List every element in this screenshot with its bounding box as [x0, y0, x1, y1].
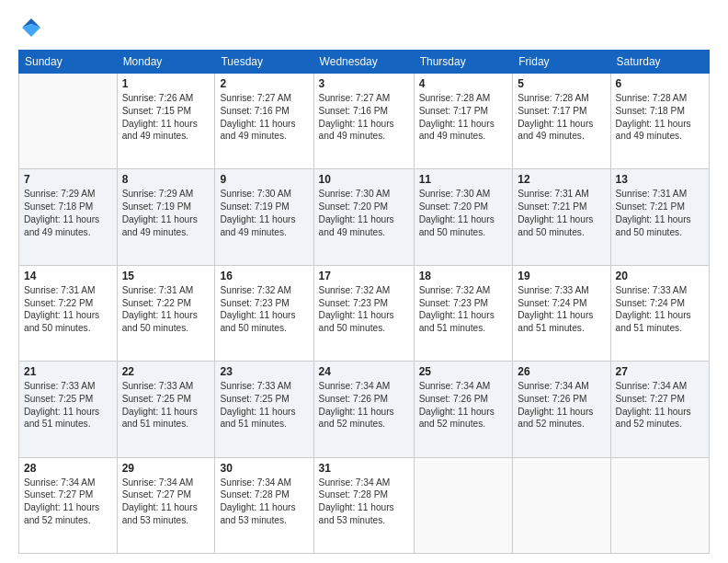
day-info: Sunrise: 7:34 AM Sunset: 7:27 PM Dayligh…: [122, 477, 210, 527]
day-number: 11: [419, 173, 508, 186]
day-number: 26: [518, 365, 605, 378]
day-number: 3: [319, 77, 409, 90]
day-number: 10: [319, 173, 409, 186]
day-cell: 29Sunrise: 7:34 AM Sunset: 7:27 PM Dayli…: [117, 457, 215, 553]
day-number: 8: [122, 173, 210, 186]
header-cell-friday: Friday: [513, 51, 610, 74]
header-cell-thursday: Thursday: [414, 51, 513, 74]
week-row-5: 28Sunrise: 7:34 AM Sunset: 7:27 PM Dayli…: [19, 457, 710, 553]
week-row-2: 7Sunrise: 7:29 AM Sunset: 7:18 PM Daylig…: [19, 169, 710, 265]
day-number: 17: [319, 270, 409, 282]
day-cell: 14Sunrise: 7:31 AM Sunset: 7:22 PM Dayli…: [19, 265, 118, 361]
day-info: Sunrise: 7:27 AM Sunset: 7:16 PM Dayligh…: [220, 92, 308, 143]
header-cell-tuesday: Tuesday: [215, 51, 313, 74]
day-cell: 18Sunrise: 7:32 AM Sunset: 7:23 PM Dayli…: [414, 265, 513, 361]
calendar-header: SundayMondayTuesdayWednesdayThursdayFrid…: [19, 51, 710, 74]
day-number: 12: [518, 173, 605, 186]
day-cell: 19Sunrise: 7:33 AM Sunset: 7:24 PM Dayli…: [513, 265, 610, 361]
day-cell: 23Sunrise: 7:33 AM Sunset: 7:25 PM Dayli…: [215, 362, 313, 457]
header-cell-wednesday: Wednesday: [313, 51, 414, 74]
day-info: Sunrise: 7:33 AM Sunset: 7:25 PM Dayligh…: [220, 380, 308, 431]
week-row-1: 1Sunrise: 7:26 AM Sunset: 7:15 PM Daylig…: [19, 74, 710, 169]
day-info: Sunrise: 7:32 AM Sunset: 7:23 PM Dayligh…: [319, 284, 409, 335]
day-cell: 8Sunrise: 7:29 AM Sunset: 7:19 PM Daylig…: [117, 169, 215, 265]
day-info: Sunrise: 7:32 AM Sunset: 7:23 PM Dayligh…: [220, 284, 308, 335]
day-cell: 31Sunrise: 7:34 AM Sunset: 7:28 PM Dayli…: [313, 457, 414, 553]
day-info: Sunrise: 7:30 AM Sunset: 7:19 PM Dayligh…: [220, 188, 308, 238]
day-cell: 28Sunrise: 7:34 AM Sunset: 7:27 PM Dayli…: [19, 457, 118, 553]
day-info: Sunrise: 7:28 AM Sunset: 7:17 PM Dayligh…: [419, 92, 508, 143]
day-cell: 13Sunrise: 7:31 AM Sunset: 7:21 PM Dayli…: [610, 169, 709, 265]
header-row: SundayMondayTuesdayWednesdayThursdayFrid…: [19, 51, 710, 74]
day-number: 28: [24, 462, 112, 475]
day-cell: 10Sunrise: 7:30 AM Sunset: 7:20 PM Dayli…: [313, 169, 414, 265]
day-cell: 20Sunrise: 7:33 AM Sunset: 7:24 PM Dayli…: [610, 265, 709, 361]
day-info: Sunrise: 7:34 AM Sunset: 7:26 PM Dayligh…: [319, 380, 409, 431]
day-cell: 11Sunrise: 7:30 AM Sunset: 7:20 PM Dayli…: [414, 169, 513, 265]
page: SundayMondayTuesdayWednesdayThursdayFrid…: [0, 0, 728, 563]
day-cell: 21Sunrise: 7:33 AM Sunset: 7:25 PM Dayli…: [19, 362, 118, 457]
day-number: 6: [616, 77, 704, 90]
day-number: 20: [616, 270, 704, 282]
day-cell: 16Sunrise: 7:32 AM Sunset: 7:23 PM Dayli…: [215, 265, 313, 361]
day-number: 9: [220, 173, 308, 186]
day-info: Sunrise: 7:30 AM Sunset: 7:20 PM Dayligh…: [419, 188, 508, 238]
day-info: Sunrise: 7:27 AM Sunset: 7:16 PM Dayligh…: [319, 92, 409, 143]
day-number: 7: [24, 173, 112, 186]
day-info: Sunrise: 7:34 AM Sunset: 7:26 PM Dayligh…: [518, 380, 605, 431]
day-cell: [610, 457, 709, 553]
day-cell: 9Sunrise: 7:30 AM Sunset: 7:19 PM Daylig…: [215, 169, 313, 265]
week-row-4: 21Sunrise: 7:33 AM Sunset: 7:25 PM Dayli…: [19, 362, 710, 457]
day-cell: 4Sunrise: 7:28 AM Sunset: 7:17 PM Daylig…: [414, 74, 513, 169]
day-number: 2: [220, 77, 308, 90]
day-number: 22: [122, 365, 210, 378]
header-cell-sunday: Sunday: [19, 51, 118, 74]
calendar-body: 1Sunrise: 7:26 AM Sunset: 7:15 PM Daylig…: [19, 74, 710, 554]
week-row-3: 14Sunrise: 7:31 AM Sunset: 7:22 PM Dayli…: [19, 265, 710, 361]
day-cell: 17Sunrise: 7:32 AM Sunset: 7:23 PM Dayli…: [313, 265, 414, 361]
day-number: 18: [419, 270, 508, 282]
day-number: 15: [122, 270, 210, 282]
day-cell: 3Sunrise: 7:27 AM Sunset: 7:16 PM Daylig…: [313, 74, 414, 169]
day-number: 21: [24, 365, 112, 378]
day-cell: 25Sunrise: 7:34 AM Sunset: 7:26 PM Dayli…: [414, 362, 513, 457]
header: [18, 15, 710, 40]
day-cell: [513, 457, 610, 553]
day-number: 4: [419, 77, 508, 90]
day-number: 23: [220, 365, 308, 378]
header-cell-saturday: Saturday: [610, 51, 709, 74]
day-cell: 22Sunrise: 7:33 AM Sunset: 7:25 PM Dayli…: [117, 362, 215, 457]
day-number: 25: [419, 365, 508, 378]
day-info: Sunrise: 7:34 AM Sunset: 7:28 PM Dayligh…: [220, 477, 308, 527]
day-info: Sunrise: 7:28 AM Sunset: 7:17 PM Dayligh…: [518, 92, 605, 143]
day-number: 1: [122, 77, 210, 90]
logo: [18, 15, 48, 40]
calendar-table: SundayMondayTuesdayWednesdayThursdayFrid…: [18, 50, 710, 554]
day-cell: 24Sunrise: 7:34 AM Sunset: 7:26 PM Dayli…: [313, 362, 414, 457]
day-info: Sunrise: 7:34 AM Sunset: 7:27 PM Dayligh…: [24, 477, 112, 527]
day-info: Sunrise: 7:32 AM Sunset: 7:23 PM Dayligh…: [419, 284, 508, 335]
day-info: Sunrise: 7:31 AM Sunset: 7:21 PM Dayligh…: [616, 188, 704, 238]
day-cell: 30Sunrise: 7:34 AM Sunset: 7:28 PM Dayli…: [215, 457, 313, 553]
day-number: 30: [220, 462, 308, 475]
day-cell: 1Sunrise: 7:26 AM Sunset: 7:15 PM Daylig…: [117, 74, 215, 169]
day-number: 31: [319, 462, 409, 475]
day-number: 5: [518, 77, 605, 90]
day-cell: 6Sunrise: 7:28 AM Sunset: 7:18 PM Daylig…: [610, 74, 709, 169]
day-info: Sunrise: 7:34 AM Sunset: 7:26 PM Dayligh…: [419, 380, 508, 431]
day-cell: 26Sunrise: 7:34 AM Sunset: 7:26 PM Dayli…: [513, 362, 610, 457]
day-info: Sunrise: 7:30 AM Sunset: 7:20 PM Dayligh…: [319, 188, 409, 238]
day-info: Sunrise: 7:33 AM Sunset: 7:25 PM Dayligh…: [24, 380, 112, 431]
day-info: Sunrise: 7:29 AM Sunset: 7:19 PM Dayligh…: [122, 188, 210, 238]
day-info: Sunrise: 7:29 AM Sunset: 7:18 PM Dayligh…: [24, 188, 112, 238]
day-cell: 2Sunrise: 7:27 AM Sunset: 7:16 PM Daylig…: [215, 74, 313, 169]
day-cell: 7Sunrise: 7:29 AM Sunset: 7:18 PM Daylig…: [19, 169, 118, 265]
day-cell: 15Sunrise: 7:31 AM Sunset: 7:22 PM Dayli…: [117, 265, 215, 361]
day-info: Sunrise: 7:34 AM Sunset: 7:28 PM Dayligh…: [319, 477, 409, 527]
day-number: 16: [220, 270, 308, 282]
day-cell: 27Sunrise: 7:34 AM Sunset: 7:27 PM Dayli…: [610, 362, 709, 457]
day-cell: [414, 457, 513, 553]
day-number: 29: [122, 462, 210, 475]
logo-icon: [18, 15, 44, 40]
day-number: 19: [518, 270, 605, 282]
